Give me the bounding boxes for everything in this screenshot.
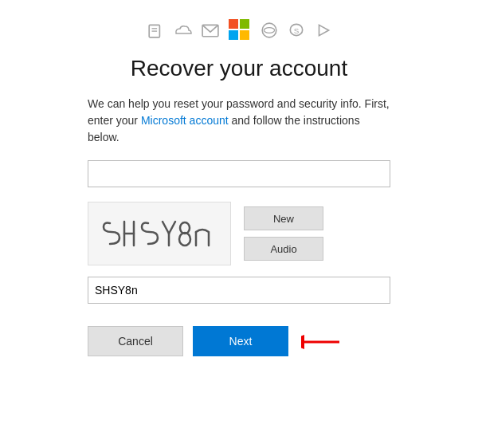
arrow-container: Next xyxy=(193,326,288,356)
captcha-svg xyxy=(96,206,223,261)
svg-text:S: S xyxy=(294,26,300,35)
captcha-buttons: New Audio xyxy=(244,206,323,261)
audio-captcha-button[interactable]: Audio xyxy=(244,237,323,261)
new-captcha-button[interactable]: New xyxy=(244,206,323,230)
svg-line-12 xyxy=(169,222,175,234)
captcha-row: New Audio xyxy=(88,202,390,265)
onedrive-icon xyxy=(174,22,190,37)
svg-point-5 xyxy=(264,28,274,33)
svg-marker-7 xyxy=(319,25,329,35)
svg-line-11 xyxy=(163,222,169,234)
desc-microsoft-link[interactable]: Microsoft account xyxy=(141,114,229,127)
xbox-icon xyxy=(261,22,276,37)
svg-point-15 xyxy=(179,233,190,246)
outlook-icon xyxy=(202,22,217,37)
office-icon xyxy=(147,22,163,37)
microsoft-logo xyxy=(229,19,249,40)
cancel-button[interactable]: Cancel xyxy=(88,326,183,356)
skype-icon: S xyxy=(288,22,304,37)
store-icon xyxy=(315,22,331,37)
next-button[interactable]: Next xyxy=(193,326,288,356)
button-row: Cancel Next xyxy=(88,326,390,356)
captcha-image xyxy=(88,202,231,265)
captcha-text-input[interactable] xyxy=(88,277,390,304)
email-input[interactable] xyxy=(88,160,390,187)
page-title: Recover your account xyxy=(131,56,347,81)
red-arrow-icon xyxy=(301,331,341,353)
page-container: S Recover your account We can help you r… xyxy=(0,0,478,448)
product-icon-strip: S xyxy=(147,19,331,40)
description-text: We can help you reset your password and … xyxy=(88,96,390,146)
